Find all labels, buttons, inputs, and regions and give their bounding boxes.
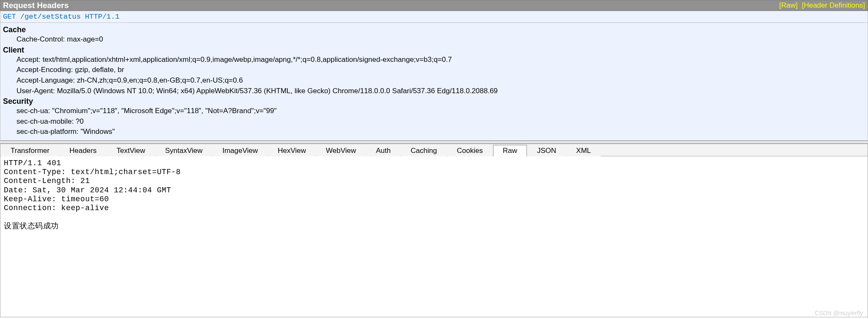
header-links: [Raw] [Header Definitions] xyxy=(779,1,865,10)
tab-headers[interactable]: Headers xyxy=(60,145,106,156)
header-row[interactable]: Accept: text/html,application/xhtml+xml,… xyxy=(3,55,865,65)
header-group-cache[interactable]: Cache xyxy=(3,25,865,34)
response-tabs: TransformerHeadersTextViewSyntaxViewImag… xyxy=(0,144,868,156)
tab-xml[interactable]: XML xyxy=(566,145,601,156)
tab-hexview[interactable]: HexView xyxy=(268,145,316,156)
header-row[interactable]: Accept-Language: zh-CN,zh;q=0.9,en;q=0.8… xyxy=(3,75,865,86)
tab-json[interactable]: JSON xyxy=(527,145,566,156)
request-line: GET /get/setStatus HTTP/1.1 xyxy=(0,11,868,23)
tab-raw[interactable]: Raw xyxy=(493,145,527,156)
header-row[interactable]: sec-ch-ua-mobile: ?0 xyxy=(3,117,865,127)
tab-cookies[interactable]: Cookies xyxy=(447,145,493,156)
header-row[interactable]: User-Agent: Mozilla/5.0 (Windows NT 10.0… xyxy=(3,86,865,97)
request-headers-titlebar: Request Headers [Raw] [Header Definition… xyxy=(0,0,868,11)
headers-area[interactable]: CacheCache-Control: max-age=0ClientAccep… xyxy=(0,23,868,141)
tab-caching[interactable]: Caching xyxy=(401,145,446,156)
header-row[interactable]: Cache-Control: max-age=0 xyxy=(3,34,865,45)
watermark: CSDN @muyierfly xyxy=(815,310,863,316)
response-raw-body[interactable]: HTTP/1.1 401 Content-Type: text/html;cha… xyxy=(0,156,868,317)
header-row[interactable]: Accept-Encoding: gzip, deflate, br xyxy=(3,65,865,75)
header-group-client[interactable]: Client xyxy=(3,46,865,55)
tab-transformer[interactable]: Transformer xyxy=(1,145,59,156)
splitter[interactable] xyxy=(0,141,868,144)
panel-title: Request Headers xyxy=(3,1,779,10)
tab-syntaxview[interactable]: SyntaxView xyxy=(155,145,212,156)
header-row[interactable]: sec-ch-ua-platform: "Windows" xyxy=(3,127,865,137)
header-row[interactable]: sec-ch-ua: "Chromium";v="118", "Microsof… xyxy=(3,106,865,117)
tab-auth[interactable]: Auth xyxy=(366,145,400,156)
tab-webview[interactable]: WebView xyxy=(316,145,366,156)
tab-textview[interactable]: TextView xyxy=(107,145,155,156)
raw-link[interactable]: [Raw] xyxy=(779,1,797,10)
header-definitions-link[interactable]: [Header Definitions] xyxy=(802,1,865,10)
tab-imageview[interactable]: ImageView xyxy=(212,145,267,156)
header-group-security[interactable]: Security xyxy=(3,97,865,106)
